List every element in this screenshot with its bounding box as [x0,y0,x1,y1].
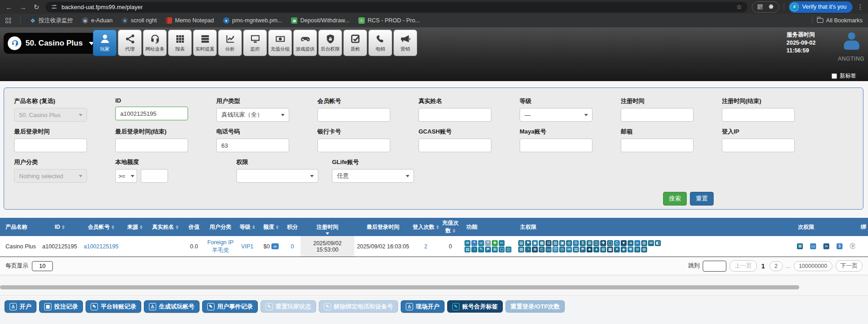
reload-icon[interactable]: ↻ [32,4,41,10]
email-input[interactable] [621,139,694,152]
onsite-open-account-button[interactable]: ♙现场开户 [401,300,444,313]
user-category-select[interactable]: Nothing selected [14,169,87,183]
col-product[interactable]: 产品名称 [0,218,40,236]
real-name-input[interactable] [419,108,491,122]
address-bar[interactable]: backend-uat.fpms99.me/player ☆ [46,2,747,12]
perm-icon[interactable]: ⚑ [525,240,531,246]
page-last-button[interactable]: 100000000 [794,261,832,271]
perm-icon[interactable]: C [614,240,620,246]
verify-identity-button[interactable]: F Verify that it's you [789,1,853,13]
perm-icon[interactable]: ◍ [641,247,647,252]
infinity-badge-icon[interactable]: ∞ [271,243,278,249]
perm-icon[interactable]: ♦ [593,247,599,252]
user-type-select[interactable]: 真钱玩家（全） [216,108,289,122]
bookmark-item[interactable]: ●pms-mgntweb.pm... [223,17,282,24]
last-login-time-input[interactable] [14,139,87,152]
perm-icon[interactable]: ⊟ [546,240,551,246]
product-selector[interactable]: 50. Casino Plus [4,33,101,54]
id-input[interactable] [115,107,188,120]
last-login-time-end-input[interactable] [115,139,188,152]
ticket-permission-icon[interactable]: ▭ [810,243,816,249]
perm-icon[interactable]: ◎ [566,240,572,246]
tab-website-business[interactable]: 网站业务 [143,30,167,56]
perm-icon[interactable]: ✉ [566,247,572,252]
tab-deposit-groups[interactable]: 充值分组 [268,30,292,56]
back-icon[interactable]: ← [5,4,14,10]
game-permission-icon[interactable]: ∞ [823,243,829,249]
horizontal-scrollbar[interactable] [0,285,799,289]
edit-icon[interactable]: ✎ [478,247,484,252]
bet-records-button[interactable]: ▦投注记录 [39,300,83,313]
col-last-login-time[interactable]: 最后登录时间 [354,218,412,236]
local-credit-op-select[interactable]: >= [115,169,137,183]
product-name-select[interactable]: 50. Casino Plus [14,108,87,122]
tab-marketing[interactable]: 营销 [393,30,417,56]
perm-icon[interactable]: ▤ [518,240,524,246]
all-bookmarks-button[interactable]: All Bookmarks [817,17,863,24]
chat-icon[interactable]: ❝ [471,240,477,246]
perm-icon[interactable]: ▧ [518,247,524,252]
qr-scan-icon[interactable] [757,4,763,10]
open-account-button[interactable]: ♙开户 [5,300,36,313]
perm-icon[interactable]: ◫ [593,240,599,246]
search-button[interactable]: 搜索 [663,192,687,206]
perm-icon[interactable]: ❖ [628,247,633,252]
perm-icon[interactable]: Ⓟ [552,247,558,252]
perm-icon[interactable]: ♥ [621,240,627,246]
gift-permission-icon[interactable]: ⊠ [797,243,803,249]
cut-icon[interactable]: ✂ [499,240,505,246]
col-user-category[interactable]: 用户分类 [204,218,237,236]
perm-icon[interactable]: ◧ [655,240,661,246]
new-tab-checkbox[interactable]: 新标签 [832,72,856,80]
bookmark-item[interactable]: ≡RCS - PROD - Pro... [358,17,420,24]
level-select[interactable]: — [520,108,592,122]
points-link[interactable]: 0 [291,243,294,250]
col-credit[interactable]: 额度 [258,218,284,236]
page-2-button[interactable]: 2 [770,261,783,271]
perm-icon[interactable]: ◔ [525,247,531,252]
perm-icon[interactable]: ➔ [628,240,633,246]
grid-icon[interactable]: ⊞ [492,247,498,252]
bookmark-star-icon[interactable]: ☆ [736,3,742,10]
report-icon[interactable]: ▤ [465,247,470,252]
bookmark-item[interactable]: Sscroll right [122,17,157,24]
col-functions[interactable]: 功能 [461,218,515,236]
col-member-account[interactable]: 会员帐号 [79,218,123,236]
phone-call-icon[interactable]: ☏ [478,240,484,246]
col-source[interactable]: 来源 [123,218,147,236]
add-icon[interactable]: ✚ [492,240,498,246]
user-event-records-button[interactable]: ✎用户事件记录 [202,300,258,313]
perm-icon[interactable]: ⊞ [600,247,606,252]
perm-icon[interactable]: ▤ [573,247,579,252]
tab-reports[interactable]: 报表 [168,30,192,56]
col-value[interactable]: 价值 [184,218,204,236]
device-icon[interactable]: ▢ [499,247,505,252]
gcash-input[interactable] [419,139,491,152]
tab-agents[interactable]: 代理 [118,30,142,56]
window-icon[interactable]: ◫ [505,247,511,252]
col-id[interactable]: ID [40,218,79,236]
col-real-name[interactable]: 真实姓名 [147,218,184,236]
reset-button[interactable]: 重置 [690,192,714,206]
tab-quality-check[interactable]: 质检 [343,30,367,56]
perm-icon[interactable]: ◉ [532,240,538,246]
checkbox-icon[interactable] [832,73,837,79]
col-bind[interactable]: 绑 [855,218,868,236]
category-link[interactable]: Foreign IP [207,239,234,246]
perm-icon[interactable]: ▭ [546,247,551,252]
perm-icon[interactable]: ∞ [634,240,640,246]
perm-icon[interactable]: ① [573,240,579,246]
jump-input[interactable] [703,261,726,272]
user-avatar-icon[interactable] [844,32,859,52]
perm-icon[interactable]: ▩ [607,247,613,252]
perm-icon[interactable]: ◈ [621,247,627,252]
tab-analysis[interactable]: 分析 [218,30,242,56]
extensions-puzzle-icon[interactable] [768,4,774,10]
member-account-input[interactable] [317,108,390,122]
payment-permission-icon[interactable]: $ [837,243,842,249]
perm-icon[interactable]: ♣ [587,247,592,252]
bookmark-item[interactable]: ❖投注收录监控 [30,17,73,25]
perm-icon[interactable]: ✉ [648,240,654,246]
register-time-end-input[interactable] [722,108,795,122]
bank-card-input[interactable] [317,139,390,152]
